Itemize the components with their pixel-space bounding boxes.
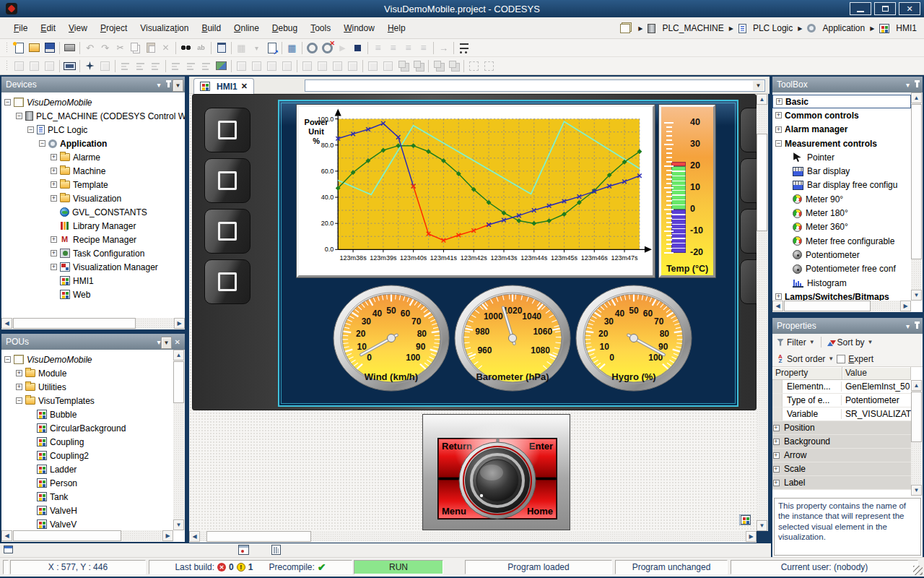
toolbox-hscrollbar[interactable]: ◀▶: [772, 301, 911, 312]
tree-item-plc-logic[interactable]: −PLC Logic: [1, 123, 185, 137]
expand-icon[interactable]: +: [51, 250, 57, 256]
toolbox-meter-360[interactable]: Meter 360°: [772, 220, 911, 234]
editor-hscrollbar[interactable]: ◀▶: [189, 531, 757, 543]
toolbox-bar-display[interactable]: Bar display: [772, 164, 911, 178]
expand-icon[interactable]: +: [51, 154, 57, 160]
toolbar-bring-to-front[interactable]: [431, 59, 446, 74]
property-value[interactable]: GenElemInst_50: [842, 381, 911, 392]
nav-button-3-right[interactable]: [740, 209, 757, 254]
toolbox-meter-180[interactable]: Meter 180°: [772, 206, 911, 220]
toolbar-distribute-vertical[interactable]: [315, 59, 330, 74]
tree-item-visutemplates[interactable]: −VisuTemplates: [1, 394, 173, 407]
toolbar-same-width[interactable]: [234, 59, 249, 74]
menu-project[interactable]: Project: [94, 20, 134, 36]
tree-item-recipe-manager[interactable]: +Recipe Manager: [1, 233, 185, 246]
menu-window[interactable]: Window: [337, 20, 381, 36]
property-row-variable[interactable]: VariableSR_VISUALIZATI...: [772, 407, 911, 421]
nav-button-1-right[interactable]: [740, 108, 757, 152]
nav-button-3[interactable]: [204, 209, 250, 254]
toolbar-center-vertical[interactable]: [345, 59, 360, 74]
toolbar-new-project[interactable]: [12, 40, 27, 56]
collapse-icon[interactable]: −: [27, 126, 34, 133]
toolbar-send-to-back[interactable]: [446, 59, 461, 74]
tree-item-tank[interactable]: Tank: [1, 490, 173, 504]
toolbox-histogram[interactable]: Histogram: [772, 276, 911, 290]
toolbox-potentiometer-free-conf[interactable]: Potentiometer free conf: [772, 262, 911, 276]
toolbar-distribute-horizontal[interactable]: [300, 59, 315, 74]
toolbar-center-horizontal[interactable]: [330, 59, 345, 74]
trend-chart[interactable]: 0.020.040.060.080.0100.0123m38s123m39s12…: [297, 105, 655, 277]
sort-order-button[interactable]: Sort order: [787, 354, 825, 364]
collapse-icon[interactable]: −: [16, 397, 22, 404]
menu-visualization[interactable]: Visualization: [134, 20, 195, 36]
tree-item-circularbackground[interactable]: CircularBackground: [1, 421, 173, 435]
nav-button-4[interactable]: [204, 259, 250, 304]
expand-icon[interactable]: +: [775, 126, 782, 133]
pin-icon[interactable]: [167, 82, 170, 87]
devices-combo-button[interactable]: ▼: [173, 79, 183, 92]
tree-item-library-manager[interactable]: Library Manager: [1, 219, 185, 233]
expand-icon[interactable]: +: [16, 384, 22, 390]
toolbox-meter-free-configurable[interactable]: Meter free configurable: [772, 234, 911, 248]
toolbar-group[interactable]: [396, 59, 411, 74]
toolbar-find[interactable]: [178, 40, 193, 56]
pin-icon[interactable]: [916, 323, 918, 329]
tree-item-visudemomobile[interactable]: −VisuDemoMobile: [1, 95, 185, 109]
chevron-down-icon[interactable]: ▼: [809, 339, 815, 345]
toolbar-ungroup[interactable]: [411, 59, 426, 74]
toolbar-background-image[interactable]: [214, 59, 229, 74]
mobile-device-frame[interactable]: 0.020.040.060.080.0100.0123m38s123m39s12…: [192, 94, 757, 410]
temperature-bar-display[interactable]: 403020100-10-20Temp (°C): [659, 105, 715, 277]
expand-icon[interactable]: +: [51, 195, 57, 202]
toolbar-logout[interactable]: [320, 40, 335, 56]
chevron-down-icon[interactable]: ▼: [753, 81, 764, 90]
toolbox-pointer[interactable]: Pointer: [772, 150, 911, 164]
toolbar-new-object[interactable]: [264, 40, 279, 56]
toolbox-bar-display-free-configu[interactable]: Bar display free configu: [772, 178, 911, 192]
expert-label[interactable]: Expert: [848, 354, 873, 364]
document-path-combo[interactable]: ▼: [305, 79, 765, 92]
toolbar-build[interactable]: [234, 40, 249, 56]
tree-item-hmi1[interactable]: HMI1: [1, 274, 185, 288]
toolbar-select-elements[interactable]: [466, 59, 481, 74]
toolbar-visu-tools[interactable]: [82, 59, 97, 74]
collapse-icon[interactable]: −: [16, 113, 22, 119]
toolbar-frame-selection[interactable]: [365, 59, 380, 74]
toolbar-copy[interactable]: [128, 40, 143, 56]
toolbox-vscrollbar[interactable]: ▲▼: [911, 92, 923, 301]
potentiometer-knob[interactable]: [458, 441, 537, 520]
panel-menu-icon[interactable]: ▾: [157, 81, 161, 89]
tree-item-plc-machine-codesys-control-win[interactable]: −PLC_MACHINE (CODESYS Control Win: [1, 109, 185, 123]
tab-hmi1[interactable]: HMI1 ✕: [193, 78, 254, 94]
expand-icon[interactable]: +: [775, 293, 782, 300]
breadcrumb-application[interactable]: Application: [822, 23, 865, 33]
toolbar-element-list[interactable]: [42, 59, 57, 74]
toolbar-start[interactable]: [335, 40, 350, 56]
collapse-icon[interactable]: −: [775, 140, 782, 147]
property-row-background[interactable]: +Background: [772, 435, 911, 449]
expand-icon[interactable]: +: [16, 370, 22, 376]
property-row-type-of-e[interactable]: Type of e...Potentiometer: [772, 394, 911, 407]
minimize-button[interactable]: [850, 2, 871, 15]
pin-icon[interactable]: [916, 82, 918, 87]
expand-icon[interactable]: +: [51, 264, 57, 270]
tree-item-bubble[interactable]: Bubble: [1, 407, 173, 421]
panel-close-icon[interactable]: ✕: [175, 338, 180, 346]
toolbar-align-top[interactable]: [168, 59, 183, 74]
collapse-icon[interactable]: −: [4, 99, 11, 105]
menu-edit[interactable]: Edit: [34, 20, 62, 36]
nav-button-4-right[interactable]: [740, 259, 757, 304]
tree-item-visudemomobile[interactable]: −VisuDemoMobile: [1, 353, 173, 366]
toolbar-watch-table[interactable]: [284, 40, 300, 56]
toolbox-alarm-manager[interactable]: +Alarm manager: [772, 123, 911, 137]
tree-item-utilities[interactable]: +Utilities: [1, 380, 173, 394]
tree-item-web[interactable]: Web: [1, 288, 185, 301]
tree-item-coupling2[interactable]: Coupling2: [1, 449, 173, 462]
expand-icon[interactable]: +: [773, 480, 780, 486]
toolbox-meter-90[interactable]: Meter 90°: [772, 192, 911, 206]
property-row-label[interactable]: +Label: [772, 476, 911, 490]
menu-online[interactable]: Online: [227, 20, 266, 36]
toolbar-redo[interactable]: [97, 40, 113, 56]
toolbar-reset[interactable]: [436, 40, 451, 56]
toolbar-interface-editor[interactable]: [12, 59, 27, 74]
